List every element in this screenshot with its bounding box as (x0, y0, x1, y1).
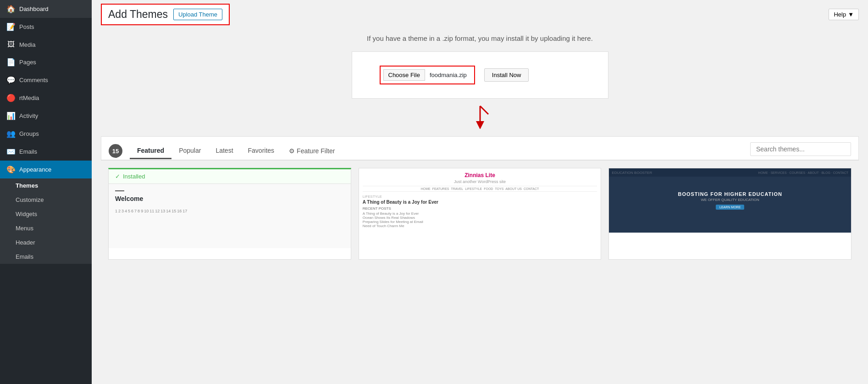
chevron-down-icon: ▼ (848, 11, 854, 18)
sidebar-item-label: rtMedia (19, 95, 39, 101)
pages-icon: 📄 (6, 58, 16, 67)
submenu-label: Menus (16, 225, 33, 232)
rtmedia-icon: 🔴 (6, 94, 16, 102)
sidebar-item-media[interactable]: 🖼 Media (0, 36, 92, 53)
file-input-area: Choose File foodmania.zip (380, 66, 475, 84)
sidebar-item-label: Media (19, 41, 35, 48)
submenu-header[interactable]: Header (0, 235, 92, 250)
upload-section: If you have a theme in a .zip format, yo… (92, 25, 868, 136)
checkmark-icon: ✓ (115, 173, 120, 180)
tabs-section: 15 Featured Popular Latest Favorites ⚙ F… (101, 136, 859, 161)
zinnias-content: LIFESTYLE A Thing of Beauty is a Joy for… (363, 195, 597, 228)
theme-count-badge: 15 (109, 144, 122, 158)
appearance-icon: 🎨 (6, 165, 16, 174)
zinnias-title: Zinnias Lite (464, 172, 495, 178)
sidebar-item-dashboard[interactable]: 🏠 Dashboard (0, 0, 92, 18)
sidebar-item-label: Pages (19, 59, 36, 66)
sidebar-item-label: Emails (19, 148, 37, 155)
appearance-submenu: Themes Customize Widgets Menus Header Em… (0, 178, 92, 264)
sidebar-item-label: Posts (19, 23, 34, 30)
tabs-bar: 15 Featured Popular Latest Favorites ⚙ F… (101, 137, 858, 160)
submenu-label: Customize (16, 196, 44, 203)
sidebar-item-label: Appearance (19, 166, 51, 173)
installed-badge: ✓ Installed (109, 169, 351, 184)
sidebar: 🏠 Dashboard 📝 Posts 🖼 Media 📄 Pages 💬 Co… (0, 0, 92, 384)
sidebar-item-label: Groups (19, 130, 39, 137)
welcome-dash (115, 190, 124, 191)
gear-icon: ⚙ (289, 147, 295, 155)
tab-popular[interactable]: Popular (171, 143, 208, 159)
submenu-widgets[interactable]: Widgets (0, 207, 92, 221)
arrow-svg (466, 101, 494, 129)
page-title-area: Add Themes Upload Theme (101, 4, 230, 25)
theme-card-education: EDUCATION BOOSTER HOME · SERVICES · COUR… (608, 168, 851, 260)
theme-preview-education: EDUCATION BOOSTER HOME · SERVICES · COUR… (609, 168, 851, 233)
help-button[interactable]: Help ▼ (829, 9, 859, 20)
dashboard-icon: 🏠 (6, 5, 16, 13)
theme-card-installed: ✓ Installed Welcome 123456 789101112 131… (108, 168, 351, 260)
submenu-label: Themes (16, 182, 38, 189)
zinnias-sub: Just another WordPress site (454, 179, 506, 184)
tab-favorites[interactable]: Favorites (241, 143, 282, 159)
upload-theme-button[interactable]: Upload Theme (173, 9, 222, 20)
posts-icon: 📝 (6, 22, 16, 31)
sidebar-item-label: Dashboard (19, 6, 49, 12)
choose-file-button[interactable]: Choose File (383, 69, 425, 81)
svg-line-2 (480, 106, 488, 114)
emails-icon: ✉️ (6, 147, 16, 156)
sidebar-item-emails[interactable]: ✉️ Emails (0, 143, 92, 161)
sidebar-item-label: Comments (19, 77, 48, 83)
sidebar-item-pages[interactable]: 📄 Pages (0, 53, 92, 71)
sidebar-item-rtmedia[interactable]: 🔴 rtMedia (0, 89, 92, 107)
submenu-customize[interactable]: Customize (0, 193, 92, 207)
upload-box: Choose File foodmania.zip Install Now (352, 51, 608, 99)
tab-feature-filter[interactable]: ⚙ Feature Filter (282, 144, 342, 158)
submenu-menus[interactable]: Menus (0, 221, 92, 235)
theme-welcome-area: Welcome 123456 789101112 1314151617 (109, 184, 351, 248)
tab-featured[interactable]: Featured (130, 143, 171, 159)
sidebar-item-comments[interactable]: 💬 Comments (0, 71, 92, 89)
edu-sub: WE OFFER QUALITY EDUCATION (701, 198, 759, 202)
media-icon: 🖼 (6, 40, 16, 49)
tab-latest[interactable]: Latest (208, 143, 240, 159)
sidebar-item-posts[interactable]: 📝 Posts (0, 18, 92, 36)
submenu-label: Header (16, 239, 35, 246)
arrow-annotation (466, 101, 494, 129)
install-now-button[interactable]: Install Now (484, 68, 529, 82)
installed-label: Installed (123, 173, 145, 180)
submenu-themes[interactable]: Themes (0, 178, 92, 193)
activity-icon: 📊 (6, 111, 16, 120)
zinnias-nav: HOMEFEATURESTRAVELLIFESTYLEFOODTOYSABOUT… (363, 186, 597, 192)
file-name-display: foodmania.zip (425, 70, 471, 80)
groups-icon: 👥 (6, 129, 16, 138)
theme-preview-installed: Welcome 123456 789101112 1314151617 (109, 184, 351, 248)
welcome-text: Welcome (115, 195, 344, 202)
sidebar-item-appearance[interactable]: 🎨 Appearance (0, 161, 92, 178)
submenu-emails-sub[interactable]: Emails (0, 250, 92, 264)
feature-filter-label: Feature Filter (297, 147, 335, 155)
sidebar-item-label: Activity (19, 112, 38, 119)
help-label: Help (834, 11, 846, 18)
themes-grid: ✓ Installed Welcome 123456 789101112 131… (101, 161, 859, 267)
page-title: Add Themes (108, 8, 168, 21)
theme-preview-zinnias: Zinnias Lite Just another WordPress site… (359, 168, 601, 233)
sidebar-item-activity[interactable]: 📊 Activity (0, 107, 92, 125)
edu-headline: BOOSTING FOR HIGHER EDUCATION (678, 191, 782, 197)
upload-description: If you have a theme in a .zip format, yo… (367, 34, 593, 42)
edu-learn-more[interactable]: LEARN MORE (716, 205, 744, 210)
submenu-label: Widgets (16, 211, 37, 217)
theme-card-zinnias: Zinnias Lite Just another WordPress site… (359, 168, 602, 260)
main-content: Add Themes Upload Theme Help ▼ If you ha… (92, 0, 868, 384)
search-themes-input[interactable] (750, 142, 851, 156)
topbar: Add Themes Upload Theme Help ▼ (92, 0, 868, 25)
submenu-label: Emails (16, 253, 33, 260)
comments-icon: 💬 (6, 76, 16, 84)
sidebar-item-groups[interactable]: 👥 Groups (0, 125, 92, 143)
